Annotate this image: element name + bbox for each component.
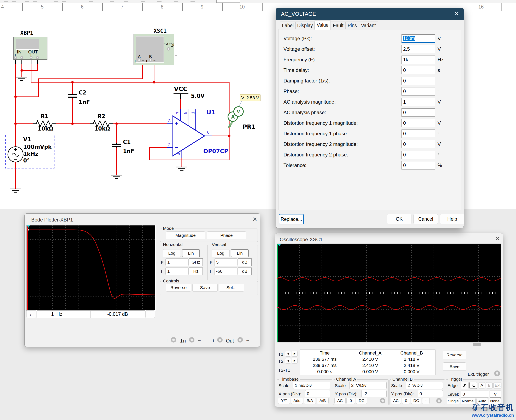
distortion2-phase-input[interactable]: 0 (401, 151, 435, 159)
frequency-input[interactable]: 1k (401, 56, 435, 64)
timebase-yt-button[interactable]: Y/T (278, 398, 290, 404)
t1-right-button[interactable]: ► (292, 351, 298, 357)
probe-pr1[interactable]: A V (228, 101, 243, 128)
ac-magnitude-input[interactable]: 1 (401, 98, 435, 106)
channel-b-zero-button[interactable]: 0 (402, 398, 410, 404)
falling-edge-button[interactable] (469, 382, 477, 389)
timebase-ba-button[interactable]: B/A (304, 398, 316, 404)
timebase-scale-input[interactable]: 1 ms/Div (293, 382, 330, 389)
scope-close-icon[interactable]: ✕ (495, 236, 500, 242)
trigger-a-button[interactable]: A (479, 382, 485, 389)
capacitor-c1[interactable] (112, 144, 121, 147)
scope-display[interactable] (277, 243, 501, 343)
xbp1-terminal[interactable] (14, 56, 17, 59)
channel-b-minus-button[interactable]: - (422, 398, 430, 404)
scope-exttrig-terminal[interactable] (494, 370, 500, 376)
time-delay-input[interactable]: 0 (401, 66, 435, 74)
bode-magnitude-button[interactable]: Magnitude (166, 232, 205, 239)
scope-trigger-marker-icon[interactable] (278, 244, 281, 246)
channel-a-ypos-input[interactable]: -2 (361, 390, 387, 397)
channel-a-scale-input[interactable]: 2 V/Div (349, 382, 387, 389)
bode-vertical-i-input[interactable]: -60 (214, 268, 237, 275)
rising-edge-button[interactable] (461, 382, 469, 389)
readout-t2-row: 239.677 ms 2.410 V 2.418 V (300, 363, 435, 368)
t1-label: T1 (278, 352, 283, 357)
replace-button[interactable]: Replace... (279, 214, 304, 225)
bode-vertical-log-button[interactable]: Log (212, 249, 230, 257)
trigger-b-button[interactable]: B (486, 382, 493, 389)
channel-a-zero-button[interactable]: 0 (346, 398, 355, 404)
trigger-ext-button[interactable]: Ext (494, 382, 502, 389)
distortion2-magnitude-input[interactable]: 0 (401, 140, 435, 148)
ac-phase-input[interactable]: 0 (401, 108, 435, 117)
dialog-title-bar[interactable]: AC_VOLTAGE (276, 8, 464, 20)
timebase-ab-button[interactable]: A/B (317, 398, 329, 404)
v1-phase: 0° (23, 158, 29, 164)
channel-a-dc-button[interactable]: DC (356, 398, 367, 404)
help-button[interactable]: Help (440, 214, 464, 224)
channel-b-dc-button[interactable]: DC (411, 398, 421, 404)
cancel-button[interactable]: Cancel (413, 214, 438, 224)
ac-voltage-dialog[interactable]: AC_VOLTAGE ✕ Label Display Value Fault P… (276, 8, 464, 228)
xsc1-a-terminal[interactable] (138, 59, 141, 62)
ok-button[interactable]: OK (387, 214, 412, 224)
channel-b-ypos-input[interactable]: 0 (418, 390, 443, 397)
t2-cha: 2.410 V (350, 363, 391, 368)
oscilloscope-window[interactable]: Oscilloscope-XSC1 ✕ T1 ◄ ► T2 ◄ ► (275, 233, 503, 407)
phase-input[interactable]: 0 (401, 87, 435, 96)
tab-value[interactable]: Value (315, 21, 331, 30)
scope-reverse-button[interactable]: Reverse (443, 351, 466, 359)
bode-plot-area[interactable] (27, 225, 156, 311)
scope-scrollbar-handle[interactable] (473, 343, 481, 346)
capacitor-c2[interactable] (68, 95, 77, 97)
xsc1-exttrig-terminal[interactable] (167, 47, 170, 51)
bode-cursor-right-button[interactable]: → (145, 310, 155, 318)
tab-fault[interactable]: Fault (331, 22, 346, 30)
tab-display[interactable]: Display (295, 22, 315, 30)
channel-a-ac-button[interactable]: AC (334, 398, 346, 404)
bode-vertical-f-input[interactable]: 5 (214, 258, 237, 266)
bode-horizontal-i-input[interactable]: 1 (165, 268, 189, 275)
tab-pins[interactable]: Pins (346, 22, 359, 30)
tolerance-input[interactable]: 0 (401, 161, 435, 170)
channel-b-terminal[interactable] (436, 398, 442, 403)
t2-left-button[interactable]: ◄ (285, 358, 291, 364)
bode-window-title: Bode Plotter-XBP1 (31, 217, 73, 223)
timebase-add-button[interactable]: Add (291, 398, 303, 404)
channel-b-ac-button[interactable]: AC (391, 398, 401, 404)
xsc1-b-terminal[interactable] (149, 59, 152, 62)
xbp1-terminal[interactable] (36, 56, 39, 59)
distortion1-magnitude-input[interactable]: 0 (401, 119, 435, 127)
bode-cursor-left-button[interactable]: ← (27, 310, 37, 318)
bode-set-button[interactable]: Set... (219, 284, 244, 292)
dialog-close-icon[interactable]: ✕ (454, 10, 459, 17)
bode-out-plus-terminal[interactable] (217, 337, 223, 343)
t1-left-button[interactable]: ◄ (285, 351, 291, 357)
trigger-level-input[interactable]: 0 (461, 390, 489, 398)
bode-horizontal-log-button[interactable]: Log (163, 249, 181, 257)
scope-save-button[interactable]: Save (443, 362, 466, 371)
damping-factor-input[interactable]: 0 (401, 77, 435, 85)
bode-out-minus-terminal[interactable] (237, 337, 243, 343)
bode-save-button[interactable]: Save (192, 284, 218, 292)
bode-horizontal-f-input[interactable]: 1 (165, 258, 189, 266)
bode-close-icon[interactable]: ✕ (252, 217, 257, 222)
bode-phase-button[interactable]: Phase (207, 232, 246, 239)
distortion1-phase-input[interactable]: 0 (401, 129, 435, 138)
bode-in-minus-terminal[interactable] (189, 337, 194, 343)
voltage-pk-input[interactable]: 100m (401, 34, 435, 43)
channel-a-terminal[interactable] (380, 398, 385, 403)
tab-label[interactable]: Label (280, 22, 295, 30)
bode-reverse-button[interactable]: Reverse (166, 284, 191, 292)
xbp1-terminal[interactable] (20, 56, 23, 59)
bode-vertical-lin-button[interactable]: Lin (231, 249, 249, 257)
bode-in-plus-terminal[interactable] (171, 337, 176, 343)
bode-plotter-window[interactable]: Bode Plotter-XBP1 ✕ ← 1 Hz -0.017 dB → M… (24, 213, 260, 347)
timebase-xpos-input[interactable]: 0 (305, 390, 330, 397)
bode-horizontal-lin-button[interactable]: Lin (182, 249, 200, 257)
xbp1-terminal[interactable] (29, 56, 32, 59)
tab-variant[interactable]: Variant (359, 22, 378, 30)
voltage-offset-input[interactable]: 2.5 (401, 45, 435, 53)
channel-b-scale-input[interactable]: 2 V/Div (406, 382, 443, 389)
t2-right-button[interactable]: ► (292, 358, 298, 364)
